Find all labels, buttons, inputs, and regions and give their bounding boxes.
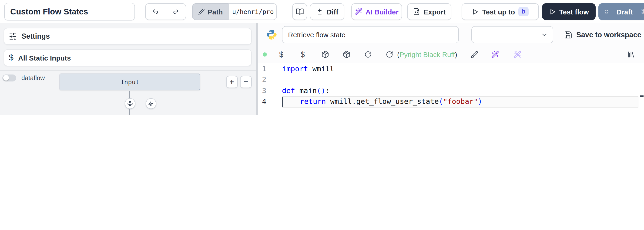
chevron-down-icon (541, 31, 548, 38)
redo-icon (172, 8, 180, 15)
dataflow-label: dataflow (22, 75, 45, 82)
save-icon (564, 31, 572, 39)
status-dot (262, 53, 267, 57)
path-group: Path u/henri/pro (192, 3, 277, 20)
test-flow-label: Test flow (559, 8, 589, 16)
save-to-workspace-button[interactable]: Save to workspace (564, 29, 641, 41)
docs-button[interactable] (292, 3, 307, 20)
test-flow-button[interactable]: Test flow (542, 3, 596, 20)
format-brush-icon[interactable] (470, 51, 478, 59)
save-icon (604, 8, 609, 15)
line-number: 4 (258, 96, 266, 107)
flow-graph-panel: Settings $ All Static Inputs dataflow In… (0, 23, 256, 115)
all-static-inputs-card[interactable]: $ All Static Inputs (4, 49, 252, 66)
dataflow-toggle[interactable] (2, 74, 16, 81)
diff-label: Diff (327, 8, 338, 16)
windmill-flow-editor: Custom Flow States Path u/henri/pro Diff (0, 0, 644, 115)
undo-redo-group (145, 3, 186, 20)
plus-icon (127, 101, 133, 107)
step-name-input[interactable] (282, 26, 459, 44)
top-toolbar: Custom Flow States Path u/henri/pro Diff (0, 0, 644, 24)
draft-shortcut: ⌘S (641, 8, 644, 15)
wand-sparkles-icon (355, 8, 362, 15)
library-icon[interactable] (627, 51, 635, 59)
ai-wand-off-icon[interactable] (513, 51, 521, 59)
package-icon[interactable] (321, 51, 329, 59)
panel-splitter[interactable] (256, 23, 258, 115)
sliders-icon (9, 32, 17, 40)
reload-icon[interactable] (386, 51, 393, 58)
path-label: Path (208, 8, 223, 16)
code-line[interactable]: 2 (258, 75, 644, 85)
play-icon (472, 8, 479, 15)
bolt-icon (148, 101, 154, 107)
flow-title: Custom Flow States (10, 7, 88, 17)
test-up-to-button[interactable]: Test up to b (462, 3, 539, 20)
step-badge: b (518, 7, 528, 16)
draft-label: Draft (616, 8, 633, 16)
flow-title-input[interactable]: Custom Flow States (4, 3, 135, 21)
diff-button[interactable]: Diff (310, 3, 344, 20)
redo-button[interactable] (166, 4, 186, 20)
python-icon (266, 29, 277, 41)
edit-path-button[interactable]: Path (192, 3, 228, 20)
dollar-icon: $ (9, 53, 14, 63)
code-lines: 1import wmill23def main():4 return wmill… (258, 64, 644, 107)
pencil-icon (198, 8, 205, 15)
test-up-to-label: Test up to (482, 8, 515, 16)
insert-step-button[interactable] (124, 98, 135, 109)
line-number: 2 (258, 75, 266, 85)
script-editor-panel: Save to workspace $ $ (Pyri (258, 23, 644, 115)
save-to-workspace-label: Save to workspace (576, 31, 641, 39)
scrollbar-cursor-marker (640, 95, 644, 97)
code-line[interactable]: 4 return wmill.get_flow_user_state("foob… (258, 96, 644, 107)
resource-picker-icon[interactable]: $ (300, 50, 305, 59)
main-area: Settings $ All Static Inputs dataflow In… (0, 23, 644, 115)
export-button[interactable]: Export (407, 3, 451, 20)
line-number: 1 (258, 64, 266, 75)
package-icon[interactable] (342, 51, 350, 59)
language-select[interactable] (471, 26, 553, 44)
save-draft-button[interactable]: Draft ⌘S (598, 3, 644, 20)
step-header-row: Save to workspace (258, 23, 644, 47)
book-open-icon (296, 8, 304, 16)
settings-card[interactable]: Settings (4, 28, 252, 45)
line-number: 3 (258, 85, 266, 96)
export-label: Export (424, 8, 446, 16)
undo-button[interactable] (146, 4, 166, 20)
code-assistants-label[interactable]: (Pyright Black Ruff) (397, 51, 457, 59)
graph-zoom-out-button[interactable]: − (240, 76, 252, 88)
variable-picker-icon[interactable]: $ (279, 50, 284, 59)
code-editor[interactable]: 1import wmill23def main():4 return wmill… (258, 63, 644, 115)
plus-minus-icon (316, 8, 324, 15)
ai-builder-label: AI Builder (366, 8, 398, 16)
settings-label: Settings (22, 32, 50, 41)
file-code-icon (413, 8, 420, 15)
graph-zoom-in-button[interactable]: + (226, 76, 238, 88)
play-icon (549, 8, 556, 15)
graph-separator (0, 70, 256, 71)
reload-icon[interactable] (364, 51, 372, 58)
ai-wand-icon[interactable] (491, 51, 499, 59)
toggle-knob (3, 75, 8, 81)
ai-builder-button[interactable]: AI Builder (351, 3, 402, 20)
code-line[interactable]: 1import wmill (258, 64, 644, 75)
static-inputs-label: All Static Inputs (18, 54, 71, 62)
node-label: Input (120, 78, 139, 86)
undo-icon (152, 8, 159, 15)
code-line[interactable]: 3def main(): (258, 85, 644, 96)
flow-node-input[interactable]: Input (60, 74, 200, 91)
trigger-bolt-button[interactable] (146, 98, 156, 109)
path-value[interactable]: u/henri/pro (228, 3, 277, 20)
editor-toolbar: $ $ (Pyright Black Ruff) (258, 47, 644, 63)
